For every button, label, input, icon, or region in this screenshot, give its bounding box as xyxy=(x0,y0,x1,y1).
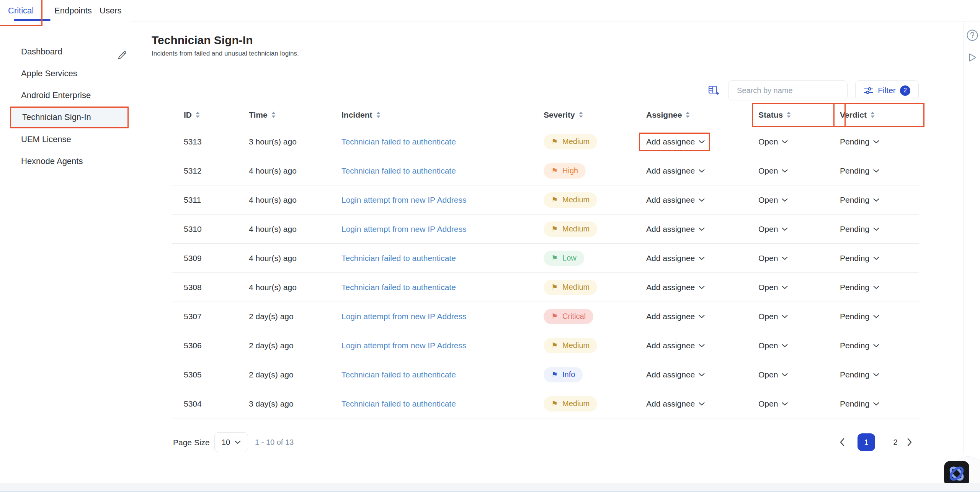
severity-badge: ⚑Medium xyxy=(544,396,597,412)
verdict-dropdown[interactable]: Pending xyxy=(840,312,879,321)
bottom-status-strip xyxy=(0,483,980,492)
search-input[interactable] xyxy=(737,86,839,95)
verdict-dropdown[interactable]: Pending xyxy=(840,283,879,292)
severity-badge: ⚑Critical xyxy=(544,309,593,324)
incident-id: 5305 xyxy=(184,370,249,379)
column-header-label[interactable]: Severity xyxy=(544,110,575,120)
sort-icon[interactable] xyxy=(376,111,381,118)
chevron-down-icon xyxy=(699,198,705,202)
add-assignee-dropdown[interactable]: Add assignee xyxy=(646,370,705,379)
verdict-dropdown[interactable]: Pending xyxy=(840,166,879,175)
page-number-button-1[interactable]: 1 xyxy=(858,433,875,451)
incident-id: 5310 xyxy=(184,225,249,234)
flag-icon: ⚑ xyxy=(551,138,558,145)
sidebar-item-apple-services[interactable]: Apple Services xyxy=(0,62,130,84)
verdict-dropdown[interactable]: Pending xyxy=(840,370,879,379)
incident-table-body: 5313 3 hour(s) ago Technician failed to … xyxy=(172,127,919,418)
incident-link[interactable]: Login attempt from new IP Address xyxy=(341,225,544,234)
sidebar-item-android-enterprise[interactable]: Android Enterprise xyxy=(0,85,130,107)
column-header-label[interactable]: Incident xyxy=(341,110,372,120)
chevron-down-icon xyxy=(235,440,241,444)
status-dropdown[interactable]: Open xyxy=(758,370,788,379)
incident-link[interactable]: Technician failed to authenticate xyxy=(341,137,544,146)
add-assignee-dropdown[interactable]: Add assignee xyxy=(646,312,705,321)
page-size-select[interactable]: 10 xyxy=(214,432,248,452)
flag-icon: ⚑ xyxy=(551,371,558,378)
top-tab-users[interactable]: Users xyxy=(100,0,121,21)
flag-icon: ⚑ xyxy=(551,284,558,291)
status-dropdown[interactable]: Open xyxy=(758,312,788,321)
verdict-dropdown[interactable]: Pending xyxy=(840,341,879,350)
add-assignee-dropdown[interactable]: Add assignee xyxy=(646,254,705,263)
add-assignee-dropdown[interactable]: Add assignee xyxy=(646,137,705,146)
status-dropdown[interactable]: Open xyxy=(758,195,788,205)
add-assignee-dropdown[interactable]: Add assignee xyxy=(646,225,705,234)
status-dropdown[interactable]: Open xyxy=(758,283,788,292)
incident-link[interactable]: Technician failed to authenticate xyxy=(341,399,544,408)
flag-icon: ⚑ xyxy=(551,225,558,233)
incident-link[interactable]: Technician failed to authenticate xyxy=(341,254,544,263)
add-column-icon[interactable] xyxy=(707,84,721,98)
chevron-down-icon xyxy=(699,315,705,318)
incident-link[interactable]: Login attempt from new IP Address xyxy=(341,195,544,205)
chevron-down-icon xyxy=(873,256,879,260)
filter-button[interactable]: Filter 2 xyxy=(855,80,919,100)
sort-icon[interactable] xyxy=(786,111,791,118)
chevron-down-icon xyxy=(873,227,879,231)
status-dropdown[interactable]: Open xyxy=(758,341,788,350)
sidebar-item-uem-license[interactable]: UEM License xyxy=(0,128,130,150)
verdict-dropdown[interactable]: Pending xyxy=(840,399,879,408)
sidebar-item-dashboard[interactable]: Dashboard xyxy=(0,41,130,62)
top-tab-endpoints[interactable]: Endpoints xyxy=(54,0,92,21)
add-assignee-dropdown[interactable]: Add assignee xyxy=(646,399,705,408)
status-dropdown[interactable]: Open xyxy=(758,254,788,263)
help-icon[interactable] xyxy=(966,29,978,41)
chevron-down-icon xyxy=(782,140,788,144)
incident-link[interactable]: Technician failed to authenticate xyxy=(341,166,544,175)
flag-icon: ⚑ xyxy=(551,400,558,407)
column-header-id: ID xyxy=(184,110,249,120)
chevron-down-icon xyxy=(699,344,705,348)
status-dropdown[interactable]: Open xyxy=(758,137,788,146)
add-assignee-dropdown[interactable]: Add assignee xyxy=(646,341,705,350)
severity-badge: ⚑Low xyxy=(544,251,584,266)
sort-icon[interactable] xyxy=(271,111,276,118)
severity-badge: ⚑Medium xyxy=(544,338,597,353)
incident-link[interactable]: Technician failed to authenticate xyxy=(341,370,544,379)
column-header-label[interactable]: Assignee xyxy=(646,110,682,120)
play-icon[interactable] xyxy=(966,51,978,64)
status-dropdown[interactable]: Open xyxy=(758,399,788,408)
add-assignee-dropdown[interactable]: Add assignee xyxy=(646,166,705,175)
column-header-label[interactable]: Time xyxy=(249,110,268,120)
verdict-dropdown[interactable]: Pending xyxy=(840,254,879,263)
status-dropdown[interactable]: Open xyxy=(758,225,788,234)
verdict-dropdown[interactable]: Pending xyxy=(840,225,879,234)
chevron-down-icon xyxy=(782,402,788,406)
incident-link[interactable]: Login attempt from new IP Address xyxy=(341,341,544,350)
next-page-button[interactable] xyxy=(906,432,913,452)
sort-icon[interactable] xyxy=(578,111,583,118)
sort-icon[interactable] xyxy=(685,111,690,118)
sort-icon[interactable] xyxy=(870,111,875,118)
page-number-button-2[interactable]: 2 xyxy=(887,433,904,451)
incident-link[interactable]: Login attempt from new IP Address xyxy=(341,312,544,321)
verdict-dropdown[interactable]: Pending xyxy=(840,195,879,205)
sort-icon[interactable] xyxy=(195,111,200,118)
incident-link[interactable]: Technician failed to authenticate xyxy=(341,283,544,292)
column-header-label[interactable]: ID xyxy=(184,110,192,120)
sidebar-item-technician-sign-in[interactable]: Technician Sign-In xyxy=(10,107,129,128)
right-rail-divider xyxy=(964,21,964,454)
top-tab-critical[interactable]: Critical xyxy=(8,0,34,21)
sidebar-item-hexnode-agents[interactable]: Hexnode Agents xyxy=(0,151,130,172)
header-divider xyxy=(130,21,980,21)
previous-page-button[interactable] xyxy=(839,432,845,452)
add-assignee-dropdown[interactable]: Add assignee xyxy=(646,283,705,292)
incident-id: 5307 xyxy=(184,312,249,321)
verdict-dropdown[interactable]: Pending xyxy=(840,137,879,146)
add-assignee-dropdown[interactable]: Add assignee xyxy=(646,195,705,205)
column-header-label[interactable]: Verdict xyxy=(840,110,867,120)
column-header-label[interactable]: Status xyxy=(758,110,783,120)
incident-time: 2 day(s) ago xyxy=(249,370,341,379)
table-row: 5311 4 hour(s) ago Login attempt from ne… xyxy=(172,185,919,215)
status-dropdown[interactable]: Open xyxy=(758,166,788,175)
